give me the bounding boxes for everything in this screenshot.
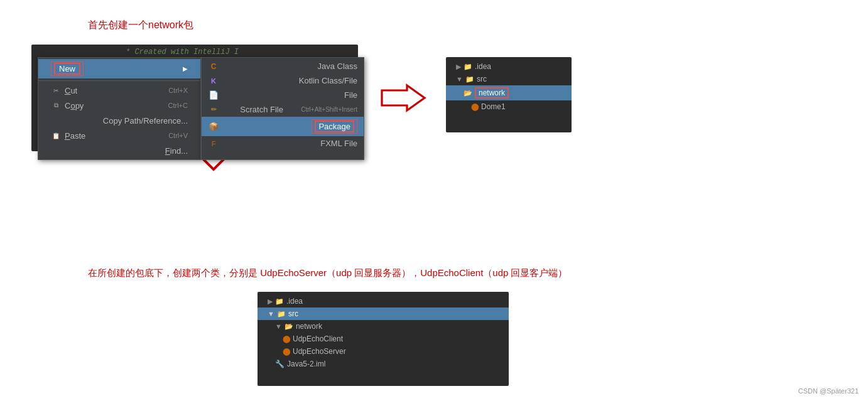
- dome1-label: Dome1: [481, 102, 506, 111]
- find-label: Find...: [165, 146, 188, 156]
- submenu-kotlin-class[interactable]: K Kotlin Class/File: [202, 73, 364, 88]
- dome1-icon: ⬤: [471, 103, 479, 111]
- svg-marker-0: [382, 85, 425, 110]
- iml-label: Java5-2.iml: [287, 360, 325, 368]
- context-submenu: C Java Class K Kotlin Class/File 📄 File: [201, 57, 364, 160]
- scratch-label: Scratch File: [240, 105, 283, 114]
- submenu-file[interactable]: 📄 File: [202, 88, 364, 102]
- ide-left: * Created with IntelliJ I New ▶: [31, 45, 358, 151]
- src-folder-icon: 📁: [465, 75, 474, 83]
- bottom-src-icon: 📁: [277, 310, 286, 318]
- find-icon: [51, 146, 61, 156]
- paste-label: Paste: [65, 131, 85, 141]
- bottom-idea-icon: 📁: [275, 297, 284, 306]
- fxml-icon: F: [208, 139, 219, 148]
- context-menu-container: New ▶ ✂ Cut Ctrl+X ⧉ Copy: [38, 57, 364, 160]
- scratch-icon: ✏: [208, 105, 219, 114]
- copypath-icon: [51, 115, 61, 126]
- udpechoserver-label: UdpEchoServer: [293, 347, 346, 356]
- menu-item-cut[interactable]: ✂ Cut Ctrl+X: [38, 83, 200, 98]
- file-label: File: [344, 90, 357, 100]
- udpechoclient-icon: ⬤: [283, 335, 290, 343]
- copypath-label: Copy Path/Reference...: [103, 116, 188, 126]
- cut-label: Cut: [65, 86, 77, 95]
- right-arrow-svg: [377, 82, 427, 114]
- idea-expand-icon: ▶: [456, 63, 461, 71]
- bottom-section: 在所创建的包底下，创建两个类，分别是 UdpEchoServer（udp 回显服…: [19, 267, 855, 386]
- submenu-java-class[interactable]: C Java Class: [202, 59, 364, 73]
- tree-item-network[interactable]: 📂 network: [446, 85, 572, 100]
- bottom-network-icon: 📂: [285, 323, 293, 331]
- bottom-network-expand: ▼: [275, 323, 282, 330]
- ide-bottom-tree: ▶ 📁 .idea ▼ 📁 src ▼ 📂 network ⬤ UdpEchoC…: [258, 292, 509, 386]
- java-class-label: Java Class: [317, 61, 357, 71]
- network-folder-icon: 📂: [464, 89, 472, 97]
- scratch-shortcut: Ctrl+Alt+Shift+Insert: [301, 106, 357, 113]
- network-label: network: [475, 87, 509, 99]
- bottom-tree-network[interactable]: ▼ 📂 network: [258, 320, 509, 333]
- copy-shortcut: Ctrl+C: [168, 102, 188, 109]
- arrow-right-container: [377, 82, 427, 114]
- bottom-tree-src[interactable]: ▼ 📁 src: [258, 307, 509, 320]
- ide-top-comment: * Created with IntelliJ I: [126, 48, 239, 56]
- bottom-src-expand: ▼: [268, 310, 274, 318]
- paste-shortcut: Ctrl+V: [168, 132, 188, 139]
- udpechoserver-icon: ⬤: [283, 348, 290, 356]
- kotlin-icon: K: [208, 77, 219, 85]
- page-container: 首先创建一个network包 * Created with IntelliJ I…: [0, 0, 868, 401]
- submenu-scratch-file[interactable]: ✏ Scratch File Ctrl+Alt+Shift+Insert: [202, 102, 364, 117]
- submenu-fxml[interactable]: F FXML File: [202, 136, 364, 151]
- copy-icon: ⧉: [51, 100, 61, 110]
- paste-icon: 📋: [51, 131, 61, 141]
- idea-label: .idea: [475, 62, 491, 71]
- iml-icon: 🔧: [275, 360, 285, 368]
- instruction-top: 首先创建一个network包: [88, 19, 855, 32]
- bottom-idea-expand: ▶: [268, 297, 273, 306]
- tree-item-src[interactable]: ▼ 📁 src: [446, 73, 572, 85]
- package-icon: 📦: [208, 122, 219, 131]
- src-label: src: [477, 75, 487, 83]
- kotlin-label: Kotlin Class/File: [299, 76, 357, 85]
- new-highlight-box: New: [54, 63, 80, 75]
- network-highlight-box: network: [475, 87, 509, 99]
- tree-item-dome1[interactable]: ⬤ Dome1: [446, 100, 572, 113]
- submenu-package[interactable]: 📦 Package: [202, 117, 364, 136]
- package-label: Package: [312, 119, 357, 134]
- menu-separator-1: [38, 80, 200, 81]
- bottom-src-label: src: [288, 309, 298, 318]
- ide-right-tree: ▶ 📁 .idea ▼ 📁 src 📂 network ⬤ Dome1: [446, 57, 572, 132]
- context-menu-left: New ▶ ✂ Cut Ctrl+X ⧉ Copy: [38, 57, 201, 160]
- menu-item-paste[interactable]: 📋 Paste Ctrl+V: [38, 128, 200, 143]
- bottom-tree-iml[interactable]: 🔧 Java5-2.iml: [258, 358, 509, 370]
- file-icon: 📄: [208, 91, 219, 100]
- fxml-label: FXML File: [320, 139, 357, 148]
- new-submenu-arrow: ▶: [183, 65, 188, 72]
- bottom-tree-idea[interactable]: ▶ 📁 .idea: [258, 295, 509, 307]
- package-highlight-box: Package: [315, 120, 354, 132]
- new-label: New: [51, 61, 84, 76]
- bottom-idea-label: .idea: [286, 297, 303, 306]
- cut-shortcut: Ctrl+X: [168, 87, 188, 94]
- cut-icon: ✂: [51, 85, 61, 95]
- bottom-tree-udpechoclient[interactable]: ⬤ UdpEchoClient: [258, 333, 509, 345]
- bottom-network-label: network: [296, 322, 322, 331]
- bottom-tree-udpechoserver[interactable]: ⬤ UdpEchoServer: [258, 345, 509, 358]
- menu-item-copypath[interactable]: Copy Path/Reference...: [38, 113, 200, 128]
- java-class-icon: C: [208, 62, 219, 71]
- idea-folder-icon: 📁: [464, 63, 472, 71]
- tree-item-idea[interactable]: ▶ 📁 .idea: [446, 60, 572, 73]
- menu-item-copy[interactable]: ⧉ Copy Ctrl+C: [38, 98, 200, 113]
- copy-label: Copy: [65, 101, 84, 110]
- menu-item-find[interactable]: Find...: [38, 143, 200, 158]
- udpechoclient-label: UdpEchoClient: [293, 334, 343, 343]
- instruction-bottom: 在所创建的包底下，创建两个类，分别是 UdpEchoServer（udp 回显服…: [88, 267, 855, 279]
- watermark: CSDN @Später321: [798, 387, 859, 395]
- src-expand-icon: ▼: [456, 75, 463, 83]
- menu-item-new[interactable]: New ▶: [38, 59, 200, 78]
- main-content: * Created with IntelliJ I New ▶: [31, 45, 855, 151]
